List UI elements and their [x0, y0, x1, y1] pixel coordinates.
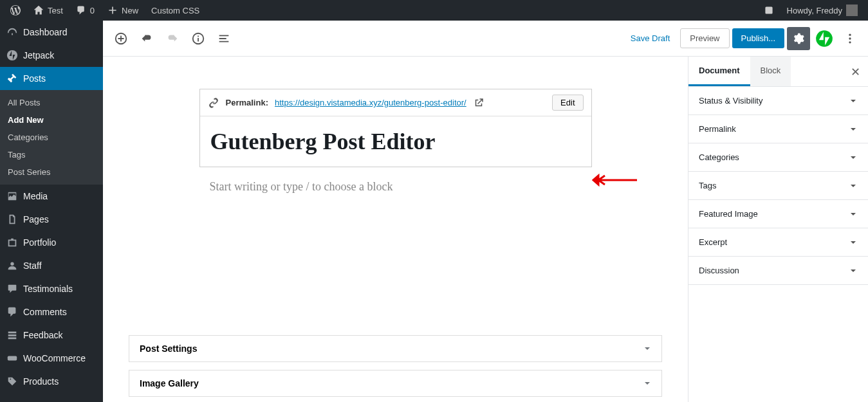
metabox-header[interactable]: Post Settings	[129, 336, 661, 361]
sidebar-item-posts[interactable]: Posts	[0, 67, 103, 90]
permalink-edit-button[interactable]: Edit	[552, 95, 583, 111]
sidebar-item-label: Media	[23, 191, 48, 201]
sidebar-item-label: Dashboard	[23, 27, 68, 37]
chevron-down-icon	[849, 125, 858, 134]
preview-button[interactable]: Preview	[680, 28, 729, 48]
notifications[interactable]	[759, 0, 779, 21]
sidebar-item-label: Products	[23, 376, 59, 387]
redo-button[interactable]	[161, 27, 184, 50]
products-icon	[6, 376, 18, 387]
metabox-header[interactable]: Image Gallery	[129, 370, 661, 396]
outline-button[interactable]	[212, 27, 235, 50]
block-placeholder[interactable]: Start writing or type / to choose a bloc…	[199, 180, 592, 194]
sidebar-item-dashboard[interactable]: Dashboard	[0, 21, 103, 44]
sidebar-item-pages[interactable]: Pages	[0, 208, 103, 231]
notification-icon	[764, 5, 774, 15]
section-excerpt[interactable]: Excerpt	[688, 228, 868, 257]
sidebar-item-woocommerce[interactable]: WooCommerce	[0, 347, 103, 370]
link-icon	[208, 97, 219, 109]
sidebar-item-feedback[interactable]: Feedback	[0, 324, 103, 347]
comment-count: 0	[90, 6, 95, 15]
staff-icon	[6, 260, 18, 271]
more-vertical-icon	[844, 32, 856, 45]
sub-all-posts[interactable]: All Posts	[0, 94, 103, 111]
info-button[interactable]	[187, 27, 210, 50]
svg-point-5	[849, 37, 851, 39]
woo-icon	[6, 352, 18, 364]
sidebar-item-testimonials[interactable]: Testimonials	[0, 277, 103, 300]
wp-logo[interactable]	[5, 0, 26, 21]
section-tags[interactable]: Tags	[688, 172, 868, 200]
section-categories[interactable]: Categories	[688, 143, 868, 172]
sidebar-item-products[interactable]: Products	[0, 370, 103, 393]
chevron-down-icon	[849, 238, 858, 247]
jetpack-toggle[interactable]	[813, 27, 836, 50]
list-icon	[217, 32, 231, 46]
publish-button[interactable]: Publish...	[732, 28, 784, 48]
sidebar-item-portfolio[interactable]: Portfolio	[0, 231, 103, 254]
section-permalink[interactable]: Permalink	[688, 115, 868, 143]
chevron-down-icon	[643, 345, 651, 352]
howdy-text: Howdy, Freddy	[787, 6, 842, 15]
sub-post-series[interactable]: Post Series	[0, 163, 103, 181]
section-status[interactable]: Status & Visibility	[688, 87, 868, 115]
section-featured-image[interactable]: Featured Image	[688, 200, 868, 228]
chevron-down-icon	[849, 96, 858, 105]
dashboard-icon	[6, 26, 18, 38]
metabox-image-gallery: Image Gallery	[129, 370, 662, 397]
home-icon	[33, 5, 44, 15]
plus-icon	[107, 5, 118, 15]
title-block: Permalink: https://design.vistamedia.xyz…	[199, 89, 592, 167]
pages-icon	[6, 214, 18, 225]
sub-categories[interactable]: Categories	[0, 129, 103, 146]
comments-link[interactable]: 0	[71, 0, 100, 21]
svg-point-6	[849, 41, 851, 43]
sub-tags[interactable]: Tags	[0, 146, 103, 163]
more-menu[interactable]	[838, 27, 862, 50]
chevron-down-icon	[849, 181, 858, 190]
plus-circle-icon	[114, 32, 128, 46]
svg-point-1	[7, 50, 17, 60]
jetpack-circle-icon	[815, 30, 833, 48]
site-home[interactable]: Test	[28, 0, 68, 21]
media-icon	[6, 190, 18, 202]
testimonials-icon	[6, 283, 18, 295]
tab-document[interactable]: Document	[688, 57, 750, 86]
customcss-label: Custom CSS	[151, 6, 199, 15]
settings-panel: Document Block ✕ Status & Visibility Per…	[688, 57, 868, 402]
editor-content[interactable]: Permalink: https://design.vistamedia.xyz…	[103, 57, 688, 402]
svg-point-4	[849, 33, 851, 35]
sidebar-item-label: Pages	[23, 214, 49, 224]
chevron-down-icon	[643, 379, 651, 387]
panel-close[interactable]: ✕	[846, 63, 864, 81]
tab-block[interactable]: Block	[750, 57, 791, 86]
sidebar-item-comments[interactable]: Comments	[0, 300, 103, 324]
customcss-link[interactable]: Custom CSS	[146, 0, 205, 21]
sidebar-item-media[interactable]: Media	[0, 185, 103, 208]
permalink-bar: Permalink: https://design.vistamedia.xyz…	[200, 89, 591, 116]
comment-icon	[76, 5, 86, 15]
gear-icon	[792, 32, 805, 45]
sidebar-item-staff[interactable]: Staff	[0, 254, 103, 277]
new-link[interactable]: New	[102, 0, 143, 21]
post-title-input[interactable]	[200, 116, 591, 167]
sidebar-item-jetpack[interactable]: Jetpack	[0, 44, 103, 67]
sidebar-item-label: Posts	[23, 73, 46, 84]
portfolio-icon	[6, 237, 18, 248]
comments-icon	[6, 306, 18, 318]
add-block-button[interactable]	[109, 27, 133, 50]
permalink-url[interactable]: https://design.vistamedia.xyz/gutenberg-…	[275, 98, 466, 107]
save-draft-button[interactable]: Save Draft	[623, 28, 678, 48]
chevron-down-icon	[849, 210, 858, 219]
sidebar-item-label: Comments	[23, 307, 67, 317]
wordpress-icon	[10, 5, 21, 15]
external-icon	[473, 97, 485, 109]
section-discussion[interactable]: Discussion	[688, 257, 868, 285]
feedback-icon	[6, 329, 18, 341]
settings-toggle[interactable]	[787, 27, 810, 50]
user-menu[interactable]: Howdy, Freddy	[782, 0, 863, 21]
sub-add-new[interactable]: Add New	[0, 111, 103, 129]
undo-button[interactable]	[135, 27, 158, 50]
sidebar-submenu: All Posts Add New Categories Tags Post S…	[0, 90, 103, 185]
svg-rect-0	[765, 6, 772, 14]
